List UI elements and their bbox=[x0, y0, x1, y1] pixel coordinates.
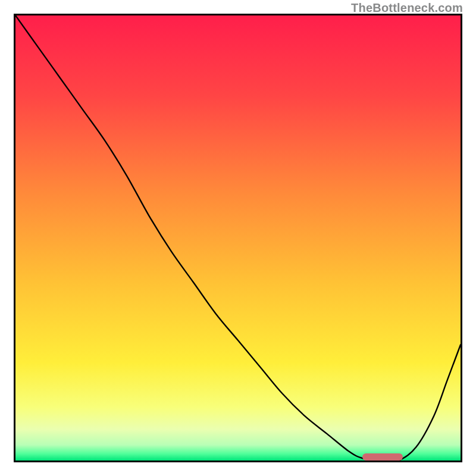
watermark-text: TheBottleneck.com bbox=[351, 1, 463, 15]
bottleneck-curve bbox=[15, 15, 461, 461]
chart-frame: TheBottleneck.com bbox=[0, 0, 476, 476]
optimal-range-marker bbox=[362, 453, 402, 461]
plot-area bbox=[14, 14, 462, 462]
